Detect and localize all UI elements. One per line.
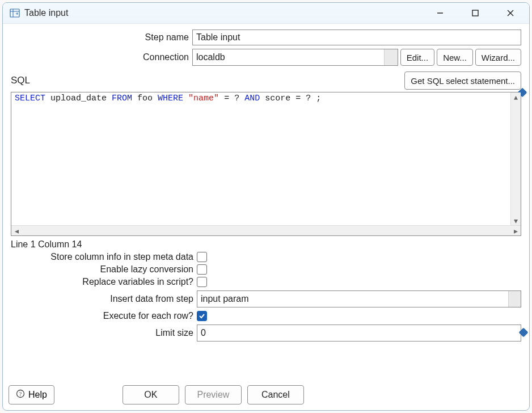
step-name-input[interactable] [192,30,521,45]
lazy-conversion-label: Enable lazy conversion [11,264,197,275]
connection-row: Connection localdb Edit... New... Wizard… [11,49,521,66]
horizontal-scrollbar[interactable]: ◂ ▸ [11,225,521,235]
sql-header: SQL Get SQL select statement... [11,71,521,90]
window-controls [432,6,519,20]
insert-data-select[interactable]: input param [197,290,521,307]
ok-button[interactable]: OK [123,385,179,404]
dialog-body: Step name Connection localdb Edit... New… [3,24,529,382]
insert-data-label: Insert data from step [11,294,197,304]
svg-text:?: ? [19,391,22,397]
scroll-right-icon: ▸ [510,226,521,235]
minimize-button[interactable] [432,6,449,20]
sql-label: SQL [11,75,30,86]
preview-button[interactable]: Preview [185,385,242,404]
insert-data-value: input param [197,291,508,307]
scroll-left-icon: ◂ [11,226,22,235]
limit-size-row: Limit size [11,324,521,342]
replace-vars-checkbox[interactable] [197,277,207,287]
exec-each-row: Execute for each row? [11,311,521,321]
step-name-label: Step name [11,32,192,43]
lazy-conversion-checkbox[interactable] [197,264,207,275]
window-title: Table input [24,8,68,18]
get-sql-select-button[interactable]: Get SQL select statement... [404,71,521,90]
close-button[interactable] [502,6,519,20]
svg-rect-0 [10,9,19,17]
cursor-position: Line 1 Column 14 [11,239,521,250]
sql-text-area[interactable]: SELECT upload_date FROM foo WHERE "name"… [11,92,521,225]
wizard-button[interactable]: Wizard... [475,49,521,66]
connection-value: localdb [193,52,384,62]
store-col-info-label: Store column info in step meta data [11,252,197,262]
sql-editor[interactable]: SELECT upload_date FROM foo WHERE "name"… [11,92,521,236]
replace-vars-row: Replace variables in script? [11,277,521,287]
exec-each-checkbox[interactable] [197,311,207,321]
maximize-button[interactable] [467,6,484,20]
store-col-info-row: Store column info in step meta data [11,252,521,262]
step-name-row: Step name [11,30,521,45]
titlebar: Table input [3,3,529,24]
exec-each-label: Execute for each row? [11,311,197,321]
svg-rect-4 [472,10,478,16]
chevron-down-icon [384,49,398,65]
insert-data-row: Insert data from step input param [11,290,521,307]
edit-connection-button[interactable]: Edit... [400,49,434,66]
lazy-conversion-row: Enable lazy conversion [11,264,521,275]
replace-vars-label: Replace variables in script? [11,277,197,287]
store-col-info-checkbox[interactable] [197,252,207,262]
vertical-scrollbar[interactable]: ▴ ▾ [510,92,521,225]
help-icon: ? [16,389,25,401]
scroll-down-icon: ▾ [514,216,518,225]
help-label: Help [28,390,47,400]
cancel-button[interactable]: Cancel [247,385,304,404]
help-button[interactable]: ? Help [9,385,54,404]
table-input-icon [10,8,20,18]
chevron-down-icon [508,291,521,307]
dialog-window: Table input Step name Connection [2,2,530,411]
new-connection-button[interactable]: New... [437,49,473,66]
limit-size-input[interactable] [197,324,521,342]
connection-label: Connection [11,52,192,62]
limit-size-label: Limit size [11,328,197,338]
scroll-up-icon: ▴ [514,92,518,102]
connection-select[interactable]: localdb [192,49,398,66]
dialog-footer: ? Help OK Preview Cancel [3,382,529,410]
